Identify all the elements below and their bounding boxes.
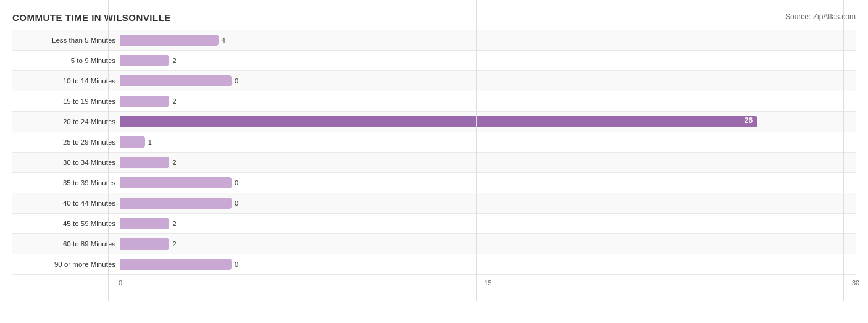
bar-fill [120, 259, 232, 270]
bar-label: 40 to 44 Minutes [12, 199, 120, 207]
chart-container: COMMUTE TIME IN WILSONVILLE Source: ZipA… [0, 0, 868, 323]
bar-label: Less than 5 Minutes [12, 36, 120, 44]
bar-fill [120, 55, 169, 66]
bar-track: 2 [120, 234, 856, 254]
bar-row: 25 to 29 Minutes1 [12, 132, 856, 153]
bar-row: 5 to 9 Minutes2 [12, 51, 856, 71]
bar-label: 35 to 39 Minutes [12, 179, 120, 187]
bar-label: 5 to 9 Minutes [12, 57, 120, 64]
x-tick-label: 30 [852, 279, 859, 287]
bar-fill [120, 35, 219, 46]
bar-value-label: 2 [172, 220, 176, 227]
bar-label: 30 to 34 Minutes [12, 159, 120, 166]
bar-row: 90 or more Minutes0 [12, 254, 856, 275]
bar-fill [120, 177, 232, 188]
bar-value-label: 2 [172, 57, 176, 64]
bar-track: 4 [120, 30, 856, 50]
bar-track: 2 [120, 214, 856, 233]
source-label: Source: ZipAtlas.com [785, 12, 856, 21]
bar-label: 25 to 29 Minutes [12, 138, 120, 146]
bar-fill [120, 198, 232, 209]
bar-row: 10 to 14 Minutes0 [12, 71, 856, 91]
x-tick-label: 15 [484, 279, 491, 287]
bar-row: Less than 5 Minutes4 [12, 30, 856, 51]
bar-row: 35 to 39 Minutes0 [12, 173, 856, 193]
chart-title: COMMUTE TIME IN WILSONVILLE [12, 12, 856, 23]
bar-label: 60 to 89 Minutes [12, 240, 120, 248]
bar-value-label: 4 [222, 36, 225, 44]
bar-fill [120, 96, 169, 107]
bar-value-label: 0 [235, 199, 238, 207]
bar-value-label: 0 [235, 261, 238, 268]
bar-track: 2 [120, 91, 856, 111]
bar-track: 1 [120, 132, 856, 152]
bar-label: 20 to 24 Minutes [12, 118, 120, 125]
bar-fill [120, 157, 169, 168]
bar-value-label: 26 [745, 116, 753, 125]
x-tick-label: 0 [119, 279, 122, 287]
bar-fill [120, 238, 169, 250]
bar-row: 20 to 24 Minutes26 [12, 112, 856, 132]
bar-value-label: 2 [172, 159, 176, 166]
bar-track: 0 [120, 173, 856, 193]
bar-row: 30 to 34 Minutes2 [12, 153, 856, 173]
bar-fill [120, 218, 169, 229]
bar-label: 15 to 19 Minutes [12, 98, 120, 105]
chart-area: Less than 5 Minutes45 to 9 Minutes210 to… [12, 30, 856, 279]
bar-value-label: 1 [148, 138, 152, 146]
bar-row: 40 to 44 Minutes0 [12, 193, 856, 214]
bar-track: 26 [120, 112, 856, 132]
bar-row: 15 to 19 Minutes2 [12, 91, 856, 112]
bar-track: 0 [120, 71, 856, 91]
bar-label: 10 to 14 Minutes [12, 77, 120, 85]
bar-row: 60 to 89 Minutes2 [12, 234, 856, 254]
bar-track: 2 [120, 153, 856, 172]
bar-value-label: 2 [172, 98, 176, 105]
bar-value-label: 2 [172, 240, 176, 248]
bar-track: 2 [120, 51, 856, 70]
bar-label: 45 to 59 Minutes [12, 220, 120, 227]
bar-track: 0 [120, 254, 856, 274]
bar-value-label: 0 [235, 179, 238, 187]
bar-fill [120, 75, 232, 86]
bar-label: 90 or more Minutes [12, 261, 120, 268]
bar-fill [120, 136, 145, 148]
bar-track: 0 [120, 193, 856, 213]
bar-value-label: 0 [235, 77, 238, 85]
bar-fill: 26 [120, 116, 757, 127]
bar-row: 45 to 59 Minutes2 [12, 214, 856, 234]
x-axis: 01530 [120, 279, 856, 292]
